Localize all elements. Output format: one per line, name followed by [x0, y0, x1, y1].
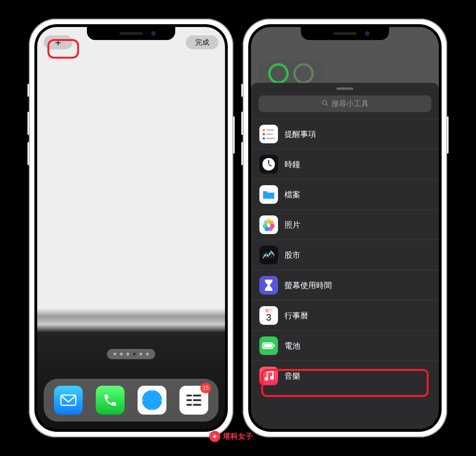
svg-rect-1	[61, 395, 76, 405]
mute-switch	[27, 84, 29, 97]
clock-icon	[259, 155, 278, 174]
search-widgets-input[interactable]: 搜尋小工具	[258, 95, 431, 112]
svg-point-26	[264, 377, 268, 381]
sheet-grabber[interactable]	[337, 87, 353, 90]
music-icon	[259, 367, 278, 385]
list-item-battery[interactable]: 電池	[251, 330, 439, 361]
list-item-photos[interactable]: 照片	[251, 209, 439, 240]
calendar-icon: 週六 3	[259, 306, 278, 325]
list-item-label: 時鐘	[284, 159, 300, 170]
list-item-clock[interactable]: 時鐘	[251, 149, 439, 179]
watermark-text: 塔科女子	[223, 432, 253, 442]
volume-up	[241, 112, 243, 135]
svg-point-27	[270, 376, 274, 380]
svg-rect-19	[266, 252, 267, 258]
widget-picker-sheet[interactable]: 搜尋小工具 提醒事項	[251, 83, 439, 429]
list-item-calendar[interactable]: 週六 3 行事曆	[251, 300, 439, 330]
list-item-label: 照片	[284, 220, 300, 230]
widget-app-list: 提醒事項 時鐘 檔案	[251, 119, 439, 391]
reminders-icon	[259, 125, 278, 143]
calendar-date-label: 3	[266, 313, 271, 322]
dock: 15	[44, 379, 218, 422]
page-indicator[interactable]	[107, 349, 155, 359]
list-item-label: 檔案	[284, 189, 300, 200]
screentime-icon	[259, 276, 278, 295]
stocks-icon	[259, 246, 278, 264]
todoist-badge: 15	[200, 383, 211, 393]
volume-down	[241, 142, 243, 165]
list-item-label: 音樂	[284, 371, 300, 382]
list-item-label: 行事曆	[284, 310, 308, 321]
power-button	[233, 116, 235, 154]
add-widget-button[interactable]: ＋	[44, 35, 73, 49]
svg-point-10	[268, 164, 270, 165]
svg-point-4	[322, 100, 326, 104]
phone-app-icon[interactable]	[96, 386, 125, 415]
notch	[301, 27, 389, 40]
widget-picker-screen: 搜尋小工具 提醒事項	[251, 27, 439, 429]
mail-app-icon[interactable]	[54, 386, 83, 415]
files-icon	[259, 185, 278, 204]
list-item-music[interactable]: 音樂	[251, 361, 439, 391]
list-item-label: 電池	[284, 341, 300, 351]
watermark-icon: ✦	[209, 431, 220, 442]
done-button[interactable]: 完成	[186, 35, 218, 49]
phone-left: ＋ 完成	[29, 19, 233, 437]
plus-icon: ＋	[53, 37, 63, 47]
search-placeholder: 搜尋小工具	[331, 99, 369, 109]
mute-switch	[241, 84, 243, 97]
list-item-stocks[interactable]: 股市	[251, 240, 439, 270]
svg-rect-25	[274, 344, 275, 347]
list-item-reminders[interactable]: 提醒事項	[251, 119, 439, 149]
list-item-label: 提醒事項	[284, 129, 316, 140]
phone-right: 搜尋小工具 提醒事項	[243, 19, 447, 437]
safari-app-icon[interactable]	[138, 386, 166, 415]
battery-icon	[259, 336, 278, 355]
search-icon	[322, 100, 329, 108]
photos-icon	[259, 215, 278, 234]
todoist-app-icon[interactable]: 15	[179, 386, 208, 415]
svg-point-17	[264, 221, 268, 225]
power-button	[447, 116, 449, 154]
svg-line-5	[326, 104, 328, 106]
home-screen-edit-mode: ＋ 完成	[37, 27, 225, 429]
volume-down	[27, 142, 29, 165]
watermark: ✦ 塔科女子	[209, 431, 253, 442]
list-item-screentime[interactable]: 螢幕使用時間	[251, 270, 439, 300]
notch	[87, 27, 175, 40]
list-item-files[interactable]: 檔案	[251, 179, 439, 209]
list-item-label: 螢幕使用時間	[284, 280, 332, 291]
volume-up	[27, 112, 29, 135]
svg-rect-24	[264, 344, 272, 348]
list-item-label: 股市	[284, 250, 300, 261]
